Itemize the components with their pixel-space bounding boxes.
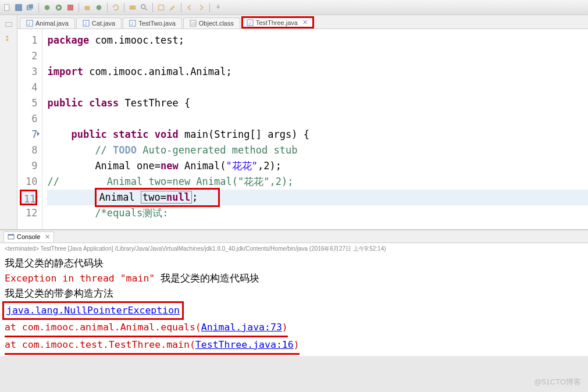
- svg-line-11: [145, 8, 147, 10]
- run-ext-icon[interactable]: [66, 3, 75, 12]
- console-output[interactable]: 我是父类的静态代码块 Exception in thread "main" 我是…: [0, 255, 588, 356]
- svg-text:J: J: [131, 21, 133, 26]
- tab-label: Animal.java: [35, 20, 69, 27]
- new-icon[interactable]: [2, 3, 12, 12]
- main-toolbar: [0, 0, 588, 15]
- search-icon[interactable]: [140, 3, 149, 12]
- svg-rect-0: [5, 4, 9, 10]
- line-gutter: 1 2 3 4 5 6 7 8 9 10 11 12: [17, 29, 42, 229]
- svg-text:J: J: [248, 20, 251, 26]
- tab-label: TestTwo.java: [138, 20, 176, 27]
- svg-text:10: 10: [191, 22, 195, 26]
- console-line: at com.imooc.animal.Animal.equals(Animal…: [5, 320, 583, 337]
- exception-link[interactable]: java.lang.NullPointerException: [6, 305, 180, 316]
- svg-rect-7: [85, 6, 90, 10]
- tab-label: Object.class: [199, 20, 234, 27]
- editor-tab-bar: JAnimal.java JCat.java JTestTwo.java 10O…: [17, 15, 588, 29]
- stacktrace-link[interactable]: Animal.java:73: [201, 322, 282, 333]
- code-content[interactable]: package com.imooc.test; import com.imooc…: [42, 29, 588, 229]
- tab-label: Cat.java: [92, 20, 115, 27]
- refresh-icon[interactable]: [111, 3, 120, 12]
- svg-rect-12: [159, 5, 164, 10]
- code-editor[interactable]: 1 2 3 4 5 6 7 8 9 10 11 12 package com.i…: [17, 29, 588, 229]
- tab-testthree[interactable]: JTestThree.java✕: [241, 16, 314, 28]
- highlighted-code: Animal two=null;: [95, 188, 220, 207]
- debug-icon[interactable]: [42, 3, 52, 12]
- console-line: 我是父类的带参构造方法: [5, 286, 583, 301]
- edit-icon[interactable]: [168, 3, 177, 12]
- watermark: @51CTO博客: [534, 377, 581, 387]
- tab-label: TestThree.java: [256, 19, 298, 26]
- svg-text:J: J: [28, 21, 30, 26]
- console-line: Exception in thread "main" 我是父类的构造代码块: [5, 271, 583, 286]
- console-tab[interactable]: Console ✕: [3, 231, 54, 242]
- stacktrace-link[interactable]: TestThree.java:16: [195, 339, 294, 350]
- class-icon[interactable]: [94, 3, 104, 12]
- tab-testtwo[interactable]: JTestTwo.java: [123, 17, 182, 28]
- pin-icon[interactable]: [213, 3, 223, 12]
- console-line-exception: java.lang.NullPointerException: [5, 301, 583, 320]
- svg-rect-3: [28, 3, 34, 9]
- svg-rect-15: [6, 39, 8, 41]
- svg-rect-1: [16, 4, 22, 10]
- console-tab-label: Console: [17, 233, 40, 240]
- outline-icon[interactable]: [4, 34, 13, 43]
- close-icon[interactable]: ✕: [45, 233, 50, 241]
- svg-rect-9: [130, 5, 136, 9]
- svg-rect-14: [6, 36, 8, 38]
- save-icon[interactable]: [14, 3, 23, 12]
- svg-point-8: [97, 5, 102, 10]
- console-icon: [8, 233, 15, 240]
- console-line: at com.imooc.test.TestThree.main(TestThr…: [5, 337, 583, 355]
- nav-forward-icon[interactable]: [197, 3, 206, 12]
- restore-icon[interactable]: [4, 20, 13, 29]
- package-icon[interactable]: [83, 3, 92, 12]
- svg-point-10: [141, 4, 145, 8]
- tab-cat[interactable]: JCat.java: [76, 17, 122, 28]
- svg-text:J: J: [84, 21, 87, 26]
- svg-rect-13: [5, 23, 12, 27]
- svg-point-4: [45, 5, 50, 10]
- left-gutter: [0, 15, 17, 229]
- console-status: <terminated> TestThree [Java Application…: [0, 243, 588, 255]
- console-line: 我是父类的静态代码块: [5, 256, 583, 271]
- svg-rect-6: [68, 5, 73, 10]
- run-icon[interactable]: [54, 3, 63, 12]
- nav-back-icon[interactable]: [185, 3, 194, 12]
- svg-rect-27: [8, 234, 14, 236]
- tab-object[interactable]: 10Object.class: [183, 17, 240, 28]
- console-panel: Console ✕ <terminated> TestThree [Java A…: [0, 229, 588, 356]
- tab-animal[interactable]: JAnimal.java: [20, 17, 75, 28]
- toggle-mark-icon[interactable]: [156, 3, 166, 12]
- close-icon[interactable]: ✕: [302, 19, 308, 26]
- open-type-icon[interactable]: [128, 3, 137, 12]
- save-all-icon[interactable]: [26, 3, 35, 12]
